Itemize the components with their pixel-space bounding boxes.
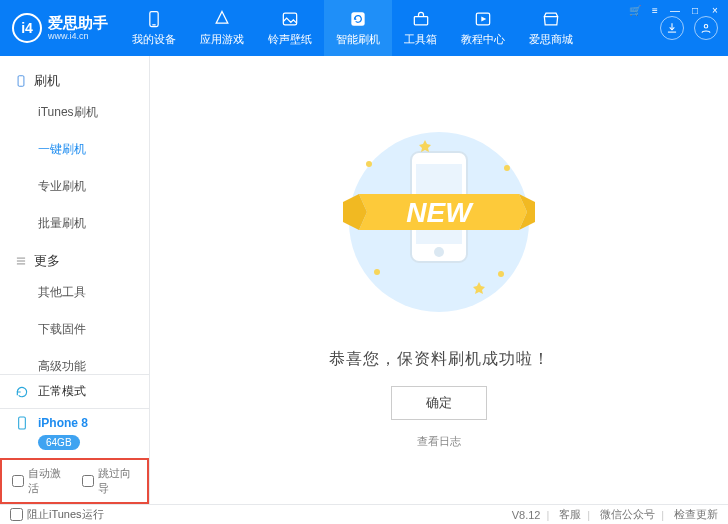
auto-activate-checkbox[interactable]: 自动激活	[12, 466, 68, 496]
app-url: www.i4.cn	[48, 31, 108, 41]
svg-rect-4	[414, 17, 427, 25]
version-label: V8.12	[512, 509, 541, 521]
mode-selector[interactable]: 正常模式	[0, 375, 149, 409]
tab-store[interactable]: 爱思商城	[517, 0, 585, 56]
options-highlight: 自动激活 跳过向导	[0, 458, 149, 504]
success-illustration: NEW	[329, 122, 549, 325]
device-selector[interactable]: iPhone 8	[0, 409, 149, 433]
toolbox-icon	[411, 9, 431, 29]
success-message: 恭喜您，保资料刷机成功啦！	[329, 349, 550, 370]
appstore-icon	[212, 9, 232, 29]
tab-toolbox[interactable]: 工具箱	[392, 0, 449, 56]
user-button[interactable]	[694, 16, 718, 40]
titlebar: i4 爱思助手 www.i4.cn 我的设备 应用游戏 铃声壁纸 智能刷机 工具…	[0, 0, 728, 56]
cart-icon[interactable]: 🛒	[628, 3, 642, 17]
svg-point-15	[434, 247, 444, 257]
sidebar-item-other-tools[interactable]: 其他工具	[0, 274, 149, 311]
svg-rect-7	[18, 76, 24, 87]
download-button[interactable]	[660, 16, 684, 40]
sidebar-item-itunes-flash[interactable]: iTunes刷机	[0, 94, 149, 131]
menu-icon[interactable]: ≡	[648, 3, 662, 17]
app-logo: i4 爱思助手 www.i4.cn	[0, 0, 120, 56]
sidebar-item-download-firmware[interactable]: 下载固件	[0, 311, 149, 348]
play-icon	[473, 9, 493, 29]
tab-smart-flash[interactable]: 智能刷机	[324, 0, 392, 56]
minimize-button[interactable]: —	[668, 3, 682, 17]
status-support[interactable]: 客服	[559, 507, 581, 522]
sidebar-item-advanced[interactable]: 高级功能	[0, 348, 149, 374]
svg-rect-11	[19, 417, 26, 429]
main-content: NEW 恭喜您，保资料刷机成功啦！ 确定 查看日志	[150, 56, 728, 504]
svg-text:NEW: NEW	[406, 197, 474, 228]
svg-rect-3	[351, 12, 364, 25]
store-icon	[541, 9, 561, 29]
close-button[interactable]: ×	[708, 3, 722, 17]
maximize-button[interactable]: □	[688, 3, 702, 17]
tab-my-device[interactable]: 我的设备	[120, 0, 188, 56]
svg-point-19	[374, 269, 380, 275]
phone-icon	[14, 415, 30, 431]
refresh-icon	[14, 384, 30, 400]
sidebar-item-oneclick-flash[interactable]: 一键刷机	[0, 131, 149, 168]
confirm-button[interactable]: 确定	[391, 386, 487, 420]
phone-icon	[144, 9, 164, 29]
sidebar-item-pro-flash[interactable]: 专业刷机	[0, 168, 149, 205]
statusbar: 阻止iTunes运行 V8.12 | 客服 | 微信公众号 | 检查更新	[0, 504, 728, 524]
svg-point-6	[704, 25, 708, 29]
sidebar-item-batch-flash[interactable]: 批量刷机	[0, 205, 149, 242]
view-log-link[interactable]: 查看日志	[417, 434, 461, 449]
storage-badge: 64GB	[38, 435, 80, 450]
refresh-icon	[348, 9, 368, 29]
tab-tutorial-center[interactable]: 教程中心	[449, 0, 517, 56]
app-title: 爱思助手	[48, 14, 108, 31]
svg-point-18	[504, 165, 510, 171]
block-itunes-checkbox[interactable]: 阻止iTunes运行	[10, 507, 104, 522]
sidebar-group-more: 更多	[0, 242, 149, 274]
list-icon	[14, 254, 28, 268]
sidebar-group-flash: 刷机	[0, 62, 149, 94]
main-tabs: 我的设备 应用游戏 铃声壁纸 智能刷机 工具箱 教程中心 爱思商城	[120, 0, 660, 56]
image-icon	[280, 9, 300, 29]
status-update[interactable]: 检查更新	[674, 507, 718, 522]
tab-ringtones-wallpapers[interactable]: 铃声壁纸	[256, 0, 324, 56]
logo-icon: i4	[12, 13, 42, 43]
status-wechat[interactable]: 微信公众号	[600, 507, 655, 522]
phone-icon	[14, 74, 28, 88]
skip-wizard-checkbox[interactable]: 跳过向导	[82, 466, 138, 496]
sidebar: 刷机 iTunes刷机 一键刷机 专业刷机 批量刷机 更多 其他工具 下载固件 …	[0, 56, 150, 504]
window-controls: 🛒 ≡ — □ ×	[622, 0, 728, 18]
tab-apps-games[interactable]: 应用游戏	[188, 0, 256, 56]
svg-point-17	[366, 161, 372, 167]
svg-point-20	[498, 271, 504, 277]
